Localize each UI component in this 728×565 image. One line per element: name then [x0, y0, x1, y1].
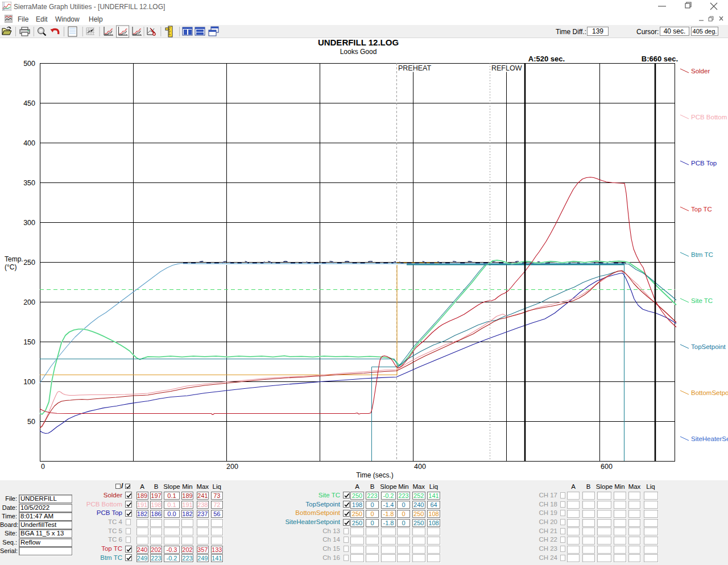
svg-text:300: 300 — [23, 219, 35, 227]
svg-text:Looks Good: Looks Good — [340, 48, 377, 56]
svg-text:150: 150 — [23, 338, 35, 346]
svg-text:UNDERFILL 12.LOG: UNDERFILL 12.LOG — [318, 38, 399, 47]
svg-text:100: 100 — [23, 378, 35, 386]
svg-text:400: 400 — [414, 463, 426, 471]
svg-text:600: 600 — [601, 463, 613, 471]
svg-text:400: 400 — [23, 139, 35, 147]
svg-text:REFLOW: REFLOW — [491, 64, 522, 72]
svg-text:Btm TC: Btm TC — [691, 251, 713, 258]
svg-text:PCB Bottom: PCB Bottom — [691, 114, 727, 121]
svg-text:500: 500 — [23, 60, 35, 68]
svg-text:SiteHeaterSetpoint: SiteHeaterSetpoint — [691, 435, 728, 442]
svg-text:Temp.: Temp. — [5, 255, 23, 263]
svg-text:TopSetpoint: TopSetpoint — [691, 343, 726, 350]
svg-text:(°C): (°C) — [5, 263, 16, 271]
svg-text:B:660 sec.: B:660 sec. — [642, 55, 678, 63]
svg-text:Time (secs.): Time (secs.) — [356, 471, 394, 479]
svg-text:Top TC: Top TC — [691, 206, 712, 213]
svg-text:BottomSetpoint: BottomSetpoint — [691, 389, 728, 396]
svg-text:450: 450 — [23, 99, 35, 107]
svg-text:250: 250 — [23, 259, 35, 267]
svg-text:Solder: Solder — [691, 68, 710, 74]
svg-text:350: 350 — [23, 179, 35, 187]
svg-text:50: 50 — [27, 418, 35, 426]
svg-text:A:520 sec.: A:520 sec. — [528, 55, 565, 63]
svg-text:Site TC: Site TC — [691, 297, 713, 304]
svg-text:200: 200 — [23, 298, 35, 306]
svg-text:PREHEAT: PREHEAT — [398, 64, 431, 72]
svg-text:PCB Top: PCB Top — [691, 160, 717, 167]
svg-text:0: 0 — [41, 463, 45, 471]
svg-text:200: 200 — [226, 463, 238, 471]
